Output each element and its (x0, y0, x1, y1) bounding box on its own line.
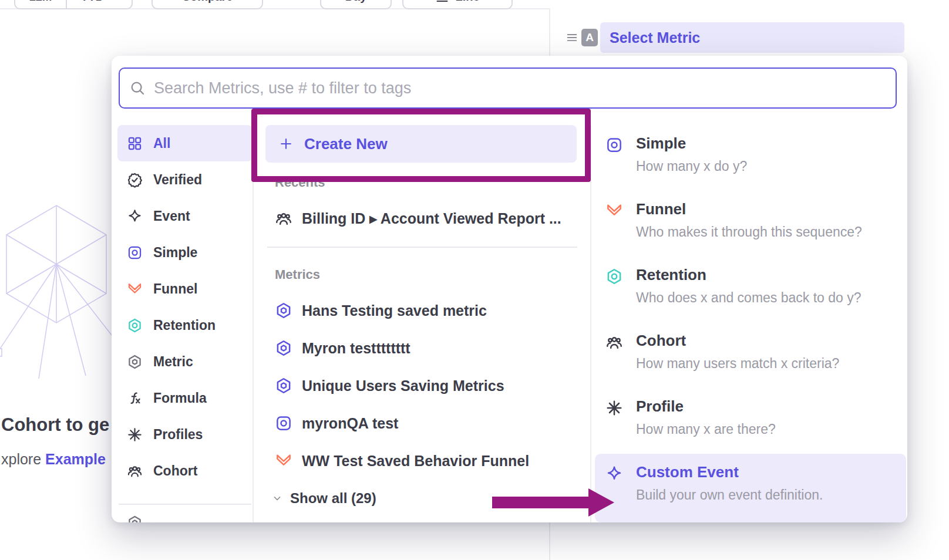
line-chart-type-button[interactable]: Line (402, 0, 513, 9)
metric-type-title: Cohort (636, 332, 839, 350)
simple-icon (275, 414, 292, 432)
select-metric-label: Select Metric (610, 29, 700, 46)
metrics-list: Hans Testing saved metric Myron testtttt… (265, 292, 577, 480)
select-metric-field[interactable]: Select Metric (600, 22, 904, 53)
retention-icon (127, 318, 143, 333)
metric-type-funnel[interactable]: Funnel Who makes it through this sequenc… (595, 191, 906, 257)
metric-item-label: myronQA test (302, 415, 398, 432)
range-ytd-label: YTD (80, 0, 104, 4)
metric-item-label: Hans Testing saved metric (302, 302, 487, 319)
metric-type-title: Funnel (636, 200, 862, 218)
metric-list-item[interactable]: myronQA test (265, 404, 577, 442)
column-divider-right (590, 125, 591, 522)
saved-metric-icon (275, 302, 292, 319)
day-granularity-button[interactable]: Day (320, 0, 392, 9)
sidebar-item-event[interactable]: Event (117, 198, 253, 234)
metric-type-description: Who makes it through this sequence? (636, 224, 862, 240)
metric-type-custom-event[interactable]: Custom Event Build your own event defini… (595, 454, 906, 522)
metric-type-title: Custom Event (636, 463, 823, 481)
grid-icon (127, 136, 143, 151)
recent-item-label: Billing ID ▸ Account Viewed Report ... (302, 210, 561, 227)
empty-state-heading: Cohort to ge (1, 414, 109, 436)
plus-icon (278, 136, 294, 151)
metric-type-retention[interactable]: Retention Who does x and comes back to d… (595, 257, 906, 322)
metric-icon[interactable] (127, 515, 143, 522)
funnel-icon (605, 202, 623, 220)
line-chart-icon (435, 0, 449, 4)
section-divider (267, 247, 577, 248)
metric-item-label: Myron testttttttt (302, 340, 410, 357)
sidebar-item-simple[interactable]: Simple (117, 234, 253, 271)
search-input[interactable] (154, 79, 886, 97)
simple-icon (127, 245, 143, 261)
show-all-label: Show all (29) (290, 490, 376, 507)
chevron-down-icon (271, 492, 283, 504)
recents-section-title: Recents (275, 175, 325, 190)
cohort-icon (127, 463, 143, 479)
sidebar-item-retention[interactable]: Retention (117, 307, 253, 343)
recent-item-billing[interactable]: Billing ID ▸ Account Viewed Report ... (265, 203, 577, 234)
saved-metric-icon (275, 339, 292, 357)
show-all-button[interactable]: Show all (29) (271, 490, 376, 507)
metric-list-item[interactable]: Myron testttttttt (265, 329, 577, 367)
metric-type-cohort[interactable]: Cohort How many users match x criteria? (595, 322, 906, 388)
search-box[interactable] (119, 68, 897, 109)
sidebar-item-all[interactable]: All (117, 125, 253, 161)
verified-icon (127, 172, 143, 188)
metric-icon (127, 354, 143, 370)
event-icon (605, 465, 623, 483)
sidebar-item-funnel[interactable]: Funnel (117, 271, 253, 307)
sidebar-divider (119, 504, 251, 505)
cohort-icon (275, 210, 292, 227)
funnel-icon (275, 452, 292, 470)
search-icon (129, 80, 146, 96)
metric-type-title: Profile (636, 397, 776, 416)
line-button-label: Line (455, 0, 479, 4)
metric-type-title: Simple (636, 134, 747, 153)
metrics-section-title: Metrics (275, 267, 320, 282)
metric-type-title: Retention (636, 266, 861, 284)
query-row-badge: A (581, 29, 598, 46)
empty-state-subtext: xplore Example (1, 451, 106, 468)
metric-types-list: Simple How many x do y? Funnel Who makes… (595, 125, 906, 522)
sidebar-item-profiles[interactable]: Profiles (117, 416, 253, 453)
formula-icon (127, 390, 143, 406)
range-ytd-button[interactable]: YTD (67, 0, 132, 8)
create-new-label: Create New (304, 135, 388, 153)
compare-button[interactable]: Compare (152, 0, 263, 9)
profiles-icon (605, 399, 623, 417)
sidebar-item-cohort[interactable]: Cohort (117, 453, 253, 489)
app-root: 12M YTD Compare Day Line A Select Metric… (0, 0, 949, 560)
metric-list-item[interactable]: Hans Testing saved metric (265, 292, 577, 329)
sidebar-item-verified[interactable]: Verified (117, 161, 253, 198)
drag-handle-icon[interactable] (566, 31, 578, 44)
metric-type-description: How many x do y? (636, 158, 747, 174)
column-divider-left (253, 125, 254, 522)
metric-type-description: How many x are there? (636, 421, 776, 437)
metric-item-label: Unique Users Saving Metrics (302, 377, 504, 394)
metric-item-label: WW Test Saved Behavior Funnel (302, 453, 529, 470)
metric-type-description: Build your own event definition. (636, 487, 823, 503)
simple-icon (605, 136, 623, 154)
saved-metric-icon (275, 377, 292, 394)
metric-list-item[interactable]: WW Test Saved Behavior Funnel (265, 442, 577, 480)
create-new-button[interactable]: Create New (265, 125, 577, 163)
chevron-down-icon (109, 0, 118, 1)
sidebar-list: All Verified Event Simple Funnel Retenti… (117, 125, 253, 489)
cohort-icon (605, 333, 623, 351)
range-12m-button[interactable]: 12M (15, 0, 66, 8)
metric-type-description: How many users match x criteria? (636, 356, 839, 372)
sidebar-item-metric[interactable]: Metric (117, 343, 253, 380)
event-icon (127, 208, 143, 224)
metric-type-simple[interactable]: Simple How many x do y? (595, 125, 906, 191)
sidebar-item-formula[interactable]: Formula (117, 380, 253, 416)
metric-picker-modal: All Verified Event Simple Funnel Retenti… (112, 56, 907, 522)
funnel-icon (127, 281, 143, 297)
decorative-wireframe (0, 194, 121, 382)
metric-type-profile[interactable]: Profile How many x are there? (595, 388, 906, 454)
date-range-control: 12M YTD (14, 0, 133, 9)
metric-type-description: Who does x and comes back to do y? (636, 290, 861, 306)
retention-icon (605, 268, 623, 285)
example-link[interactable]: Example (45, 451, 106, 467)
metric-list-item[interactable]: Unique Users Saving Metrics (265, 367, 577, 404)
